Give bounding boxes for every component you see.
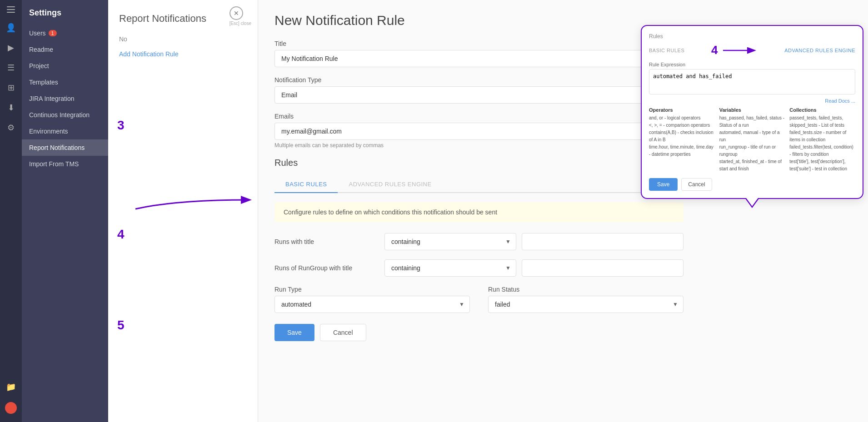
- hamburger-icon[interactable]: [7, 6, 15, 13]
- sidebar-item-templates[interactable]: Templates: [22, 74, 108, 90]
- layers-icon[interactable]: ⊞: [8, 83, 15, 93]
- emails-hint: Multiple emails can be separated by comm…: [274, 142, 683, 149]
- emails-input[interactable]: [274, 123, 683, 140]
- sidebar-item-jira[interactable]: JIRA Integration: [22, 90, 108, 107]
- sidebar-item-report-notifications[interactable]: Report Notifications: [22, 139, 108, 156]
- popup-tab-advanced[interactable]: ADVANCED RULES ENGINE: [784, 48, 855, 53]
- users-badge: 1: [49, 30, 57, 36]
- run-status-group: Run Status failed ▼: [488, 286, 683, 313]
- emails-group: Emails Multiple emails can be separated …: [274, 113, 683, 149]
- run-type-label: Run Type: [274, 286, 470, 293]
- popup-operators-text: and, or - logical operators <, >, = - co…: [649, 114, 715, 158]
- rules-tabs: BASIC RULES ADVANCED RULES ENGINE: [274, 176, 683, 193]
- popup-arrow-right: 4: [711, 43, 758, 57]
- avatar-circle: [5, 402, 17, 414]
- list-icon[interactable]: ☰: [7, 63, 15, 73]
- advanced-rules-popup: Rules BASIC RULES 4 ADVANCED RULES ENGIN…: [641, 25, 863, 199]
- sidebar-item-readme[interactable]: Readme: [22, 41, 108, 58]
- form-container: Title Notification Type Email ▼ Emails M…: [274, 40, 683, 341]
- rules-section: Rules BASIC RULES ADVANCED RULES ENGINE …: [274, 158, 683, 341]
- runs-with-title-group: Runs with title containing ▼: [274, 233, 683, 250]
- annotation-5: 5: [117, 318, 125, 333]
- folder-icon[interactable]: 📁: [6, 382, 16, 392]
- sidebar-item-import-tms[interactable]: Import From TMS: [22, 156, 108, 172]
- settings-icon[interactable]: ⚙: [7, 123, 15, 133]
- annotation-4: 4: [117, 227, 125, 242]
- sidebar-item-project[interactable]: Project: [22, 58, 108, 74]
- popup-rules-label: Rules: [649, 33, 855, 40]
- sidebar-item-users[interactable]: Users 1: [22, 25, 108, 41]
- play-icon[interactable]: ▶: [8, 43, 14, 53]
- popup-cancel-button[interactable]: Cancel: [681, 178, 712, 191]
- title-label: Title: [274, 40, 683, 47]
- runs-with-title-select[interactable]: containing: [384, 233, 516, 250]
- runs-of-rungroup-label: Runs of RunGroup with title: [274, 264, 379, 272]
- run-type-group: Run Type automated ▼: [274, 286, 470, 313]
- emails-label: Emails: [274, 113, 683, 120]
- popup-collections-col: Collections passed_tests, failed_tests, …: [789, 107, 855, 173]
- popup-save-button[interactable]: Save: [649, 178, 678, 191]
- run-type-select[interactable]: automated: [274, 296, 470, 313]
- tab-basic-rules[interactable]: BASIC RULES: [274, 176, 338, 193]
- notification-type-select[interactable]: Email: [274, 86, 683, 104]
- runs-of-rungroup-select[interactable]: containing: [384, 259, 516, 277]
- rules-description: Configure rules to define on which condi…: [274, 202, 683, 222]
- sidebar-item-ci[interactable]: Continuos Integration: [22, 107, 108, 123]
- sidebar-nav: Users 1 Readme Project Templates JIRA In…: [22, 25, 108, 422]
- save-button[interactable]: Save: [274, 324, 314, 341]
- no-items-text: No: [108, 32, 258, 46]
- add-notification-link[interactable]: Add Notification Rule: [119, 50, 179, 58]
- run-status-label: Run Status: [488, 286, 683, 293]
- popup-variables-text: has_passed, has_failed, status - Status …: [719, 114, 785, 173]
- popup-tab-basic[interactable]: BASIC RULES: [649, 48, 684, 53]
- runs-with-title-input[interactable]: [522, 233, 683, 250]
- notification-type-group: Notification Type Email ▼: [274, 76, 683, 104]
- popup-operators-col: Operators and, or - logical operators <,…: [649, 107, 715, 173]
- tab-advanced-rules[interactable]: ADVANCED RULES ENGINE: [338, 176, 442, 192]
- sidebar-title: Settings: [22, 0, 108, 25]
- annotation-3: 3: [117, 118, 125, 133]
- popup-variables-col: Variables has_passed, has_failed, status…: [719, 107, 785, 173]
- run-status-select[interactable]: failed: [488, 296, 683, 313]
- runs-with-title-label: Runs with title: [274, 238, 379, 245]
- form-buttons: Save Cancel: [274, 324, 683, 341]
- run-type-status-row: Run Type automated ▼ Run Status failed: [274, 286, 683, 313]
- title-input[interactable]: [274, 50, 683, 67]
- popup-expression-label: Rule Expression: [649, 62, 855, 67]
- sidebar-item-environments[interactable]: Environments: [22, 123, 108, 139]
- popup-read-docs[interactable]: Read Docs ...: [649, 98, 855, 104]
- esc-close-label: [Esc] close: [229, 21, 251, 26]
- popup-expression-input[interactable]: [649, 69, 855, 94]
- title-field-group: Title: [274, 40, 683, 67]
- notification-type-label: Notification Type: [274, 76, 683, 84]
- runs-of-rungroup-group: Runs of RunGroup with title containing ▼: [274, 259, 683, 277]
- popup-collections-text: passed_tests, failed_tests, skipped_test…: [789, 114, 855, 173]
- close-button[interactable]: ✕: [229, 6, 243, 20]
- user-icon[interactable]: 👤: [6, 23, 16, 33]
- rules-title: Rules: [274, 158, 683, 168]
- download-icon[interactable]: ⬇: [8, 103, 15, 113]
- runs-of-rungroup-input[interactable]: [522, 259, 683, 277]
- cancel-button[interactable]: Cancel: [320, 324, 366, 341]
- popup-buttons: Save Cancel: [649, 178, 855, 191]
